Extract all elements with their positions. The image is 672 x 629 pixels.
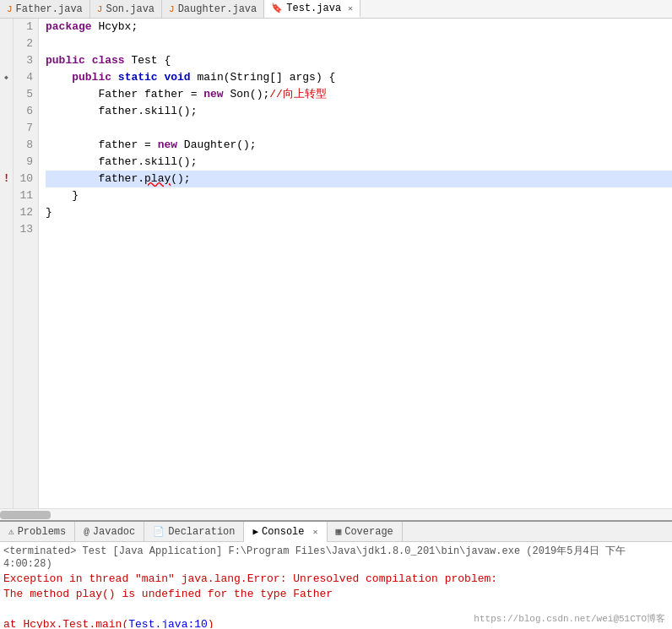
gutter-line-5 [0,86,13,103]
code-line-6: father.skill(); [46,103,672,120]
test-java-link[interactable]: Test.java:10 [128,618,208,628]
console-error-line2: The method play() is undefined for the t… [3,587,669,602]
code-line-5: Father father = new Son();//向上转型 [46,86,672,103]
breakpoint-arrow: ◆ [4,69,8,86]
console-wrapper: <terminated> Test [Java Application] F:\… [0,542,672,628]
line-num-13: 13 [19,221,33,238]
console-terminated-line: <terminated> Test [Java Application] F:\… [3,544,669,570]
tab-daughter-java[interactable]: J Daughter.java [162,0,264,18]
code-line-8: father = new Daughter(); [46,137,672,154]
code-line-2 [46,35,672,52]
error-text-1: Exception in thread "main" java.lang.Err… [3,572,497,585]
tab-father-java[interactable]: J Father.java [0,0,90,18]
tab-javadoc[interactable]: @ Javadoc [75,522,144,542]
code-content[interactable]: package Hcybx; public class Test { publi… [39,19,672,508]
line-numbers: 1 2 3 4 5 6 7 8 9 10 11 12 13 [14,19,39,508]
tab-coverage[interactable]: ▦ Coverage [328,522,403,542]
gutter-line-10: ! [0,171,13,187]
gutter-line-7 [0,120,13,137]
code-line-10: father.play(); [46,171,672,187]
bottom-panel: ⚠ Problems @ Javadoc 📄 Declaration ▶ Con… [0,520,672,628]
java-icon: J [97,4,103,14]
console-error-line1: Exception in thread "main" java.lang.Err… [3,572,669,587]
declaration-icon: 📄 [153,526,165,537]
java-icon: 🔖 [271,3,283,14]
line-num-11: 11 [19,187,33,204]
console-icon: ▶ [252,526,258,537]
line-num-5: 5 [19,86,33,103]
code-line-4: public static void main(String[] args) { [46,69,672,86]
tab-son-java[interactable]: J Son.java [90,0,162,18]
java-icon: J [7,4,13,14]
gutter-line-9 [0,154,13,171]
javadoc-icon: @ [84,527,89,537]
tab-coverage-label: Coverage [344,526,393,538]
error-at-prefix: at Hcybx.Test.main( [3,618,128,628]
bottom-tab-bar: ⚠ Problems @ Javadoc 📄 Declaration ▶ Con… [0,522,672,542]
line-num-9: 9 [19,154,33,171]
line-num-6: 6 [19,103,33,120]
tab-console[interactable]: ▶ Console ✕ [244,522,327,542]
gutter-line-12 [0,204,13,221]
gutter-line-6 [0,103,13,120]
code-editor[interactable]: ◆ ! 1 2 3 4 5 6 7 8 9 10 11 [0,19,672,508]
line-num-12: 12 [19,204,33,221]
line-num-3: 3 [19,52,33,69]
tab-declaration-label: Declaration [168,526,235,538]
code-line-13 [46,221,672,238]
gutter-line-4: ◆ [0,69,13,86]
java-icon: J [169,4,175,14]
line-num-2: 2 [19,35,33,52]
gutter-line-11 [0,187,13,204]
gutter-line-8 [0,137,13,154]
watermark: https://blog.csdn.net/wei@51CTO博客 [474,612,665,625]
code-line-11: } [46,187,672,204]
gutter-line-13 [0,221,13,238]
gutter-line-3 [0,52,13,69]
code-line-1: package Hcybx; [46,19,672,35]
tab-label: Daughter.java [178,3,257,15]
error-text-2: The method play() is undefined for the t… [3,588,333,600]
tab-problems-label: Problems [18,526,67,538]
code-line-7 [46,120,672,137]
error-marker: ! [3,171,9,187]
tab-console-label: Console [262,526,304,538]
tab-bar: J Father.java J Son.java J Daughter.java… [0,0,672,19]
coverage-icon: ▦ [336,526,342,537]
line-num-1: 1 [19,19,33,35]
code-line-3: public class Test { [46,52,672,69]
tab-label: Son.java [106,3,154,15]
scrollbar-thumb[interactable] [0,511,51,519]
line-num-4: 4 [19,69,33,86]
console-close-icon[interactable]: ✕ [313,527,318,537]
tab-problems[interactable]: ⚠ Problems [0,522,75,542]
line-num-10: 10 [19,171,33,187]
tab-label: Test.java [286,3,341,14]
code-line-12: } [46,204,672,221]
close-icon[interactable]: ✕ [348,3,353,14]
gutter-line-2 [0,35,13,52]
problems-icon: ⚠ [8,526,14,537]
tab-javadoc-label: Javadoc [93,526,135,538]
tab-label: Father.java [16,3,83,15]
horizontal-scrollbar[interactable] [0,508,672,520]
left-gutter: ◆ ! [0,19,14,508]
tab-declaration[interactable]: 📄 Declaration [144,522,244,542]
code-line-9: father.skill(); [46,154,672,171]
tab-test-java[interactable]: 🔖 Test.java ✕ [264,0,360,18]
line-num-7: 7 [19,120,33,137]
gutter-line-1 [0,19,13,35]
line-num-8: 8 [19,137,33,154]
error-paren-end: ) [208,618,214,628]
